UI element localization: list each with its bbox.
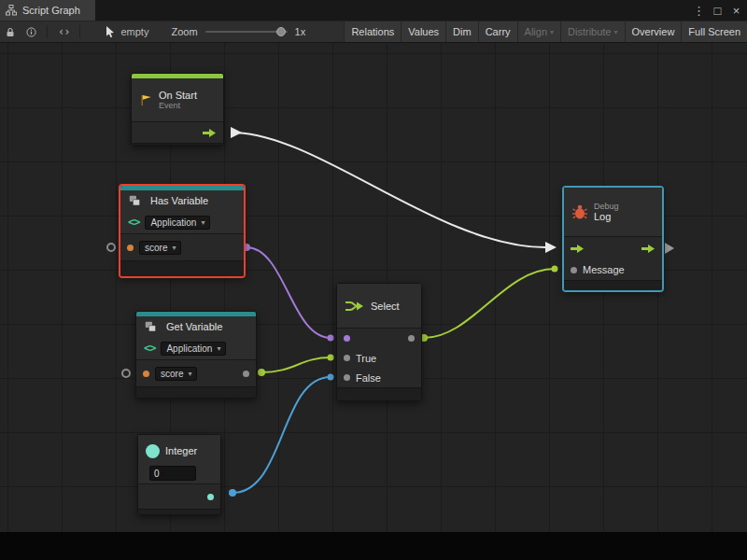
toolbar-button-group: Relations Values Dim Carry Align ▾ Distr… xyxy=(344,21,747,42)
node-get-variable[interactable]: Get Variable <> Application ▾ score ▾ xyxy=(135,311,257,399)
output-port-row xyxy=(138,483,220,509)
dim-button[interactable]: Dim xyxy=(445,21,478,42)
message-input-port[interactable] xyxy=(571,267,577,273)
flow-output-port[interactable] xyxy=(203,128,217,138)
false-input-port[interactable] xyxy=(344,374,350,381)
node-debug-log[interactable]: Debug Log Message xyxy=(563,187,663,291)
result-output-port[interactable] xyxy=(408,335,415,342)
variable-name-dropdown[interactable]: score ▾ xyxy=(139,241,181,255)
value-output-port[interactable] xyxy=(207,494,214,500)
true-label: True xyxy=(356,353,376,364)
node-title: Log xyxy=(594,211,619,222)
overview-button[interactable]: Overview xyxy=(625,21,682,42)
tab-script-graph[interactable]: Script Graph xyxy=(0,0,95,21)
node-on-start[interactable]: On Start Event xyxy=(131,73,224,146)
name-input-port[interactable] xyxy=(127,245,134,251)
wire-endpoint xyxy=(258,369,265,376)
info-icon[interactable] xyxy=(21,21,42,42)
scope-row: <> Application ▾ xyxy=(120,211,244,233)
flow-output-port[interactable] xyxy=(641,244,655,254)
chevron-down-icon: ▾ xyxy=(614,28,618,36)
node-title: Get Variable xyxy=(166,321,222,332)
graph-icon xyxy=(6,5,17,16)
align-button[interactable]: Align ▾ xyxy=(517,21,560,42)
variable-port-row: score ▾ xyxy=(136,359,256,386)
node-title: Integer xyxy=(165,445,197,456)
node-select[interactable]: Select True False xyxy=(336,283,422,401)
message-label: Message xyxy=(583,264,625,275)
node-header: Select xyxy=(337,284,421,328)
wire-hasvariable-to-select[interactable] xyxy=(247,247,331,338)
integer-icon xyxy=(146,444,160,458)
unconnected-port-ring[interactable] xyxy=(122,370,130,377)
node-footer xyxy=(138,509,220,514)
code-view-icon[interactable]: ‹› xyxy=(52,21,75,42)
selection-status: empty xyxy=(106,26,148,38)
node-has-variable[interactable]: Has Variable <> Application ▾ score ▾ xyxy=(120,185,245,277)
wire-onstart-to-log[interactable] xyxy=(233,133,545,247)
node-title: Select xyxy=(371,301,400,312)
value-output-port[interactable] xyxy=(243,371,249,377)
zoom-slider-handle[interactable] xyxy=(276,27,286,36)
toolbar-divider xyxy=(47,25,48,38)
bug-icon xyxy=(571,204,588,219)
zoom-value: 1x xyxy=(295,26,306,37)
variables-icon xyxy=(144,320,161,334)
full-screen-button[interactable]: Full Screen xyxy=(681,21,747,42)
chevron-down-icon: ▾ xyxy=(188,370,191,378)
log-exit-arrowhead[interactable] xyxy=(665,243,674,254)
true-input-port[interactable] xyxy=(344,355,350,361)
node-footer xyxy=(337,387,421,400)
select-icon xyxy=(345,300,365,313)
distribute-button[interactable]: Distribute ▾ xyxy=(560,21,624,42)
flag-icon xyxy=(139,93,153,107)
bottom-bar xyxy=(0,532,747,560)
titlebar-spacer xyxy=(95,0,691,21)
variables-icon xyxy=(128,194,145,208)
integer-value-input[interactable] xyxy=(149,466,196,481)
unconnected-port-ring[interactable] xyxy=(107,244,115,251)
condition-port-row xyxy=(337,328,421,348)
node-integer[interactable]: Integer xyxy=(137,434,221,515)
variable-name-dropdown[interactable]: score ▾ xyxy=(155,367,197,381)
zoom-label: Zoom xyxy=(171,26,197,37)
chevron-down-icon: ▾ xyxy=(172,244,176,252)
chevron-down-icon: ▾ xyxy=(550,28,554,36)
flow-input-port[interactable] xyxy=(571,244,585,254)
graph-canvas[interactable]: On Start Event Has Variable xyxy=(0,43,747,532)
message-port-row: Message xyxy=(564,259,662,280)
scope-row: <> Application ▾ xyxy=(136,337,256,359)
scope-icon: <> xyxy=(144,342,155,355)
node-footer xyxy=(136,386,256,398)
zoom-slider[interactable] xyxy=(205,31,288,33)
values-button[interactable]: Values xyxy=(401,21,445,42)
name-input-port[interactable] xyxy=(143,371,149,377)
node-title: Has Variable xyxy=(150,195,208,206)
scope-dropdown[interactable]: Application ▾ xyxy=(161,342,226,356)
value-field-row xyxy=(138,463,220,483)
node-subtitle: Event xyxy=(159,101,197,110)
false-label: False xyxy=(356,372,381,384)
carry-button[interactable]: Carry xyxy=(478,21,517,42)
true-port-row: True xyxy=(337,348,421,368)
node-title: On Start xyxy=(159,90,197,101)
zoom-control: Zoom 1x xyxy=(171,26,305,37)
lock-icon[interactable] xyxy=(0,21,21,42)
relations-button[interactable]: Relations xyxy=(344,21,401,42)
window-menu-icon[interactable]: ⋮ xyxy=(691,0,707,21)
wire-endpoint xyxy=(229,489,236,497)
flow-arrowhead xyxy=(545,242,557,253)
wire-endpoint xyxy=(328,335,334,342)
false-port-row: False xyxy=(337,368,421,387)
scope-dropdown[interactable]: Application ▾ xyxy=(145,216,210,230)
maximize-icon[interactable]: □ xyxy=(710,0,726,21)
condition-input-port[interactable] xyxy=(344,335,350,342)
wire-select-to-log-message[interactable] xyxy=(424,269,555,338)
selection-status-label: empty xyxy=(120,26,148,37)
scope-icon: <> xyxy=(128,216,139,229)
chevron-down-icon: ▾ xyxy=(217,344,220,353)
wire-getvariable-to-select-true[interactable] xyxy=(261,357,331,372)
flow-port-row xyxy=(132,121,223,143)
graph-toolbar: ‹› empty Zoom 1x Relations Values Dim Ca… xyxy=(0,21,747,43)
close-icon[interactable]: × xyxy=(728,0,744,21)
